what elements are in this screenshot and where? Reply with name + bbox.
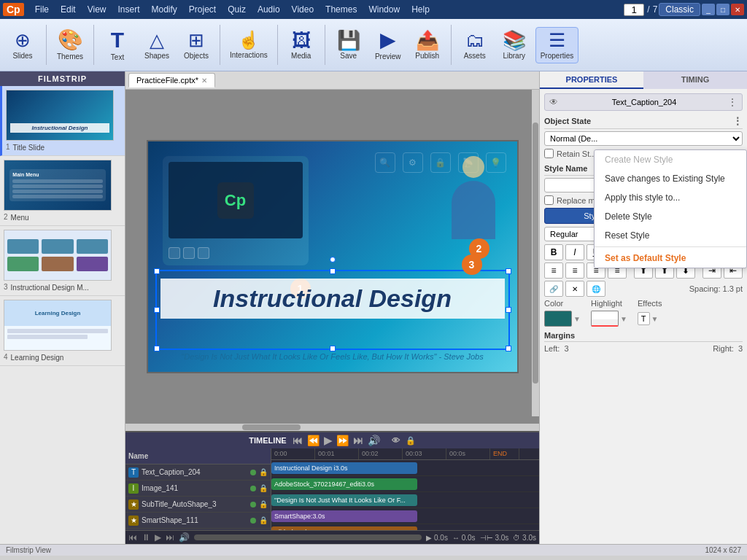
- dd-create-new-style[interactable]: Create New Style: [595, 150, 746, 169]
- menu-window[interactable]: Window: [363, 3, 405, 16]
- menu-themes[interactable]: Themes: [320, 3, 362, 16]
- menu-help[interactable]: Help: [406, 3, 435, 16]
- tl-footer-end[interactable]: ⏭: [166, 532, 174, 542]
- editor-tab-main[interactable]: PracticeFile.cptx* ✕: [128, 73, 215, 88]
- timeline-scrollbar[interactable]: [194, 534, 422, 540]
- menu-video[interactable]: Video: [287, 3, 319, 16]
- symbol-button[interactable]: 🌐: [587, 281, 605, 297]
- align-left-button[interactable]: ≡: [544, 262, 563, 279]
- page-number-input[interactable]: [624, 4, 644, 16]
- slide-thumb-3[interactable]: 3 Instructional Design M...: [0, 226, 125, 296]
- slide-thumb-2[interactable]: Main Menu 2 Menu: [0, 156, 125, 226]
- color-dropdown-icon[interactable]: ▼: [573, 315, 581, 323]
- tl-footer-next[interactable]: ▶: [155, 532, 161, 542]
- tl-play-btn[interactable]: ▶: [324, 435, 332, 446]
- tab-timing[interactable]: TIMING: [643, 71, 747, 89]
- toolbar-text[interactable]: T Text: [99, 26, 136, 64]
- effects-dropdown-icon[interactable]: ▼: [651, 315, 659, 323]
- tl-lock-icon[interactable]: 🔒: [406, 436, 416, 446]
- save-icon: 💾: [337, 31, 360, 50]
- tl-prev-btn[interactable]: ⏪: [307, 435, 320, 446]
- toolbar-media[interactable]: 🖼 Media: [283, 28, 320, 63]
- ruler-mark-0: 0:00: [271, 448, 315, 459]
- tl-footer-audio[interactable]: 🔊: [179, 532, 190, 542]
- menu-edit[interactable]: Edit: [55, 3, 81, 16]
- toolbar-properties[interactable]: ☰ Properties: [535, 27, 579, 63]
- tl-bar-3[interactable]: SmartShape:3.0s: [271, 510, 417, 522]
- effects-button[interactable]: T: [638, 312, 650, 325]
- dd-delete-style[interactable]: Delete Style: [595, 207, 746, 226]
- toolbar-slides[interactable]: ⊕ Slides: [4, 28, 41, 63]
- italic-button[interactable]: I: [565, 244, 584, 260]
- align-center-button[interactable]: ≡: [565, 262, 584, 279]
- menu-file[interactable]: File: [30, 3, 54, 16]
- tl-footer-stop[interactable]: ⏸: [142, 532, 150, 542]
- time-display-1: ↔ 0.0s: [452, 534, 476, 542]
- state-select[interactable]: Normal (De...: [544, 131, 743, 146]
- menu-insert[interactable]: Insert: [113, 3, 145, 16]
- tl-track-4[interactable]: Slide (3.0s): [271, 524, 539, 530]
- unlink-button[interactable]: ✕: [565, 281, 584, 297]
- tab-close-icon[interactable]: ✕: [201, 77, 207, 85]
- theme-button[interactable]: Classic: [659, 3, 700, 16]
- menu-view[interactable]: View: [82, 3, 112, 16]
- close-button[interactable]: ✕: [731, 4, 744, 15]
- toolbar-assets[interactable]: 🗂 Assets: [457, 28, 493, 63]
- tab-properties[interactable]: PROPERTIES: [540, 71, 643, 89]
- toolbar-preview[interactable]: ▶ Preview: [370, 27, 406, 63]
- tl-bar-4[interactable]: Slide (3.0s): [271, 526, 417, 530]
- dd-apply-style-to[interactable]: Apply this style to...: [595, 188, 746, 207]
- minimize-button[interactable]: _: [702, 4, 715, 15]
- tl-start-btn[interactable]: ⏮: [293, 435, 303, 446]
- tl-eye-icon[interactable]: 👁: [392, 436, 400, 445]
- vertical-scrollbar[interactable]: [532, 90, 539, 416]
- timeline-scrollbar-thumb[interactable]: [194, 534, 422, 540]
- highlight-dropdown-icon[interactable]: ▼: [620, 315, 627, 323]
- tl-bar-0[interactable]: Instructional Design i3.0s: [271, 462, 417, 474]
- tl-bar-1[interactable]: AdobeStock_370219467_editi3.0s: [271, 478, 417, 490]
- tl-audio-btn[interactable]: 🔊: [368, 435, 380, 446]
- timeline-tracks[interactable]: 0:00 00:01 00:02 00:03 00:0s END Instruc…: [271, 448, 539, 530]
- tl-footer-play[interactable]: ⏮: [128, 532, 137, 542]
- tl-track-3[interactable]: SmartShape:3.0s: [271, 508, 539, 524]
- toolbar-shapes[interactable]: △ Shapes: [139, 28, 175, 63]
- tl-track-0[interactable]: Instructional Design i3.0s: [271, 460, 539, 476]
- slide-thumb-4[interactable]: Learning Design 4 Learning Design: [0, 296, 125, 366]
- menu-quiz[interactable]: Quiz: [222, 3, 251, 16]
- object-settings-icon[interactable]: ⋮: [727, 96, 738, 108]
- highlight-picker[interactable]: [591, 311, 619, 327]
- link-button[interactable]: 🔗: [544, 281, 563, 297]
- vertical-scrollbar-thumb[interactable]: [533, 122, 538, 384]
- color-picker[interactable]: [544, 311, 572, 327]
- toolbar-publish[interactable]: 📤 Publish: [409, 28, 446, 63]
- tl-bar-2[interactable]: "Design Is Not Just What It Looks Like O…: [271, 494, 417, 506]
- toolbar-library[interactable]: 📚 Library: [496, 28, 533, 63]
- filmstrip-list[interactable]: Instructional Design 1 Title Slide Main …: [0, 86, 125, 544]
- horizontal-scrollbar-thumb[interactable]: [242, 424, 301, 430]
- slide-thumb-1[interactable]: Instructional Design 1 Title Slide: [0, 86, 125, 156]
- maximize-button[interactable]: □: [716, 4, 729, 15]
- horizontal-scrollbar[interactable]: [125, 424, 539, 431]
- tl-track-1[interactable]: AdobeStock_370219467_editi3.0s: [271, 476, 539, 492]
- badge-3: 3: [462, 254, 482, 275]
- tl-next-btn[interactable]: ⏩: [336, 435, 349, 446]
- toolbar-save[interactable]: 💾 Save: [330, 28, 367, 63]
- device-image: Cp: [163, 156, 309, 265]
- tl-track-2[interactable]: "Design Is Not Just What It Looks Like O…: [271, 492, 539, 508]
- state-settings-icon[interactable]: ⋮: [732, 115, 743, 127]
- retain-state-checkbox[interactable]: [544, 149, 554, 158]
- menu-audio[interactable]: Audio: [252, 3, 285, 16]
- canvas-container[interactable]: 🔍 ⚙ 🔒 📡 💡 Cp: [125, 90, 539, 424]
- dd-reset-style[interactable]: Reset Style: [595, 226, 746, 245]
- dd-set-default-style[interactable]: Set as Default Style: [595, 249, 746, 268]
- toolbar-objects[interactable]: ⊞ Objects: [178, 28, 214, 63]
- dd-save-existing-style[interactable]: Save changes to Existing Style: [595, 169, 746, 188]
- tl-end-btn[interactable]: ⏭: [353, 435, 363, 446]
- replace-modified-checkbox[interactable]: [544, 195, 554, 205]
- toolbar-interactions[interactable]: ☝ Interactions: [225, 28, 272, 62]
- object-eye-icon[interactable]: 👁: [549, 97, 558, 107]
- bold-button[interactable]: B: [544, 244, 563, 260]
- menu-modify[interactable]: Modify: [147, 3, 182, 16]
- toolbar-themes[interactable]: 🎨 Themes: [52, 27, 88, 63]
- menu-project[interactable]: Project: [184, 3, 221, 16]
